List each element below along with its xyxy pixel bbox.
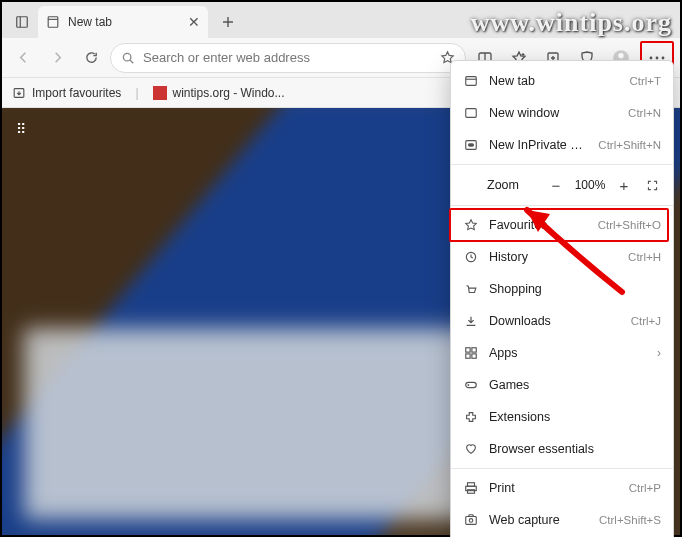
print-icon bbox=[463, 480, 479, 496]
menu-label: New tab bbox=[489, 74, 619, 88]
menu-item-favourites[interactable]: Favourites Ctrl+Shift+O bbox=[451, 209, 673, 241]
menu-separator bbox=[451, 164, 673, 165]
menu-item-new-window[interactable]: New window Ctrl+N bbox=[451, 97, 673, 129]
svg-rect-17 bbox=[472, 348, 476, 352]
menu-label: Downloads bbox=[489, 314, 621, 328]
zoom-out-button[interactable]: − bbox=[545, 174, 567, 196]
svg-rect-0 bbox=[17, 17, 28, 28]
apps-icon bbox=[463, 345, 479, 361]
new-tab-icon bbox=[463, 73, 479, 89]
svg-rect-23 bbox=[468, 490, 475, 494]
web-capture-icon bbox=[463, 512, 479, 528]
downloads-icon bbox=[463, 313, 479, 329]
tab-actions-icon[interactable] bbox=[6, 6, 38, 38]
menu-item-games[interactable]: Games bbox=[451, 369, 673, 401]
svg-rect-16 bbox=[466, 348, 470, 352]
zoom-in-button[interactable]: + bbox=[613, 174, 635, 196]
menu-label: History bbox=[489, 250, 618, 264]
menu-label: Games bbox=[489, 378, 661, 392]
import-favourites-label: Import favourites bbox=[32, 86, 121, 100]
settings-menu: New tab Ctrl+T New window Ctrl+N New InP… bbox=[450, 60, 674, 537]
zoom-value: 100% bbox=[573, 178, 607, 192]
menu-label: New window bbox=[489, 106, 618, 120]
tab-page-icon bbox=[46, 15, 60, 29]
svg-rect-18 bbox=[466, 354, 470, 358]
svg-point-2 bbox=[123, 53, 131, 61]
menu-separator bbox=[451, 468, 673, 469]
menu-label: Print bbox=[489, 481, 619, 495]
screenshot-frame: www.wintips.org New tab ✕ bbox=[0, 0, 682, 537]
back-button[interactable] bbox=[8, 43, 38, 73]
chevron-right-icon: › bbox=[657, 346, 661, 360]
menu-item-history[interactable]: History Ctrl+H bbox=[451, 241, 673, 273]
address-placeholder: Search or enter web address bbox=[143, 50, 310, 65]
bookmark-label: wintips.org - Windo... bbox=[173, 86, 285, 100]
extensions-icon bbox=[463, 409, 479, 425]
menu-separator bbox=[451, 205, 673, 206]
svg-rect-11 bbox=[466, 77, 477, 86]
import-favourites-button[interactable]: Import favourites bbox=[12, 86, 121, 100]
menu-item-extensions[interactable]: Extensions bbox=[451, 401, 673, 433]
menu-shortcut: Ctrl+P bbox=[629, 482, 661, 494]
svg-point-7 bbox=[650, 56, 653, 59]
shopping-icon bbox=[463, 281, 479, 297]
bookmarks-divider: | bbox=[135, 86, 138, 100]
tab-bar: New tab ✕ bbox=[2, 2, 680, 38]
new-tab-button[interactable] bbox=[214, 8, 242, 36]
address-bar[interactable]: Search or enter web address bbox=[110, 43, 466, 73]
heart-pulse-icon bbox=[463, 441, 479, 457]
menu-shortcut: Ctrl+H bbox=[628, 251, 661, 263]
menu-item-shopping[interactable]: Shopping bbox=[451, 273, 673, 305]
drag-grip-icon[interactable]: ⠿ bbox=[16, 126, 28, 132]
menu-item-downloads[interactable]: Downloads Ctrl+J bbox=[451, 305, 673, 337]
menu-shortcut: Ctrl+Shift+N bbox=[598, 139, 661, 151]
svg-rect-20 bbox=[466, 382, 477, 387]
menu-item-print[interactable]: Print Ctrl+P bbox=[451, 472, 673, 504]
menu-label: Web capture bbox=[489, 513, 589, 527]
browser-tab[interactable]: New tab ✕ bbox=[38, 6, 208, 38]
svg-point-6 bbox=[618, 53, 623, 58]
menu-label: Apps bbox=[489, 346, 647, 360]
zoom-label: Zoom bbox=[461, 178, 519, 192]
games-icon bbox=[463, 377, 479, 393]
svg-rect-12 bbox=[466, 109, 477, 118]
inprivate-icon bbox=[463, 137, 479, 153]
menu-item-browser-essentials[interactable]: Browser essentials bbox=[451, 433, 673, 465]
search-icon bbox=[121, 51, 135, 65]
menu-label: Shopping bbox=[489, 282, 661, 296]
menu-label: Extensions bbox=[489, 410, 661, 424]
menu-item-web-capture[interactable]: Web capture Ctrl+Shift+S bbox=[451, 504, 673, 536]
history-icon bbox=[463, 249, 479, 265]
forward-button[interactable] bbox=[42, 43, 72, 73]
svg-point-9 bbox=[662, 56, 665, 59]
refresh-button[interactable] bbox=[76, 43, 106, 73]
menu-item-zoom: Zoom − 100% + bbox=[451, 168, 673, 202]
menu-item-inprivate[interactable]: New InPrivate window Ctrl+Shift+N bbox=[451, 129, 673, 161]
bookmark-item-wintips[interactable]: wintips.org - Windo... bbox=[153, 86, 285, 100]
menu-shortcut: Ctrl+T bbox=[629, 75, 661, 87]
menu-label: Browser essentials bbox=[489, 442, 661, 456]
svg-rect-14 bbox=[468, 143, 474, 147]
tab-close-icon[interactable]: ✕ bbox=[188, 14, 200, 30]
menu-shortcut: Ctrl+N bbox=[628, 107, 661, 119]
svg-rect-19 bbox=[472, 354, 476, 358]
menu-item-apps[interactable]: Apps › bbox=[451, 337, 673, 369]
menu-shortcut: Ctrl+Shift+S bbox=[599, 514, 661, 526]
menu-item-new-tab[interactable]: New tab Ctrl+T bbox=[451, 65, 673, 97]
svg-rect-1 bbox=[48, 17, 58, 28]
menu-label: New InPrivate window bbox=[489, 138, 588, 152]
new-window-icon bbox=[463, 105, 479, 121]
menu-shortcut: Ctrl+Shift+O bbox=[598, 219, 661, 231]
menu-label: Favourites bbox=[489, 218, 588, 232]
svg-point-8 bbox=[656, 56, 659, 59]
svg-rect-24 bbox=[466, 517, 477, 525]
favicon-icon bbox=[153, 86, 167, 100]
fullscreen-icon[interactable] bbox=[641, 174, 663, 196]
menu-shortcut: Ctrl+J bbox=[631, 315, 661, 327]
favourites-icon bbox=[463, 217, 479, 233]
svg-point-25 bbox=[469, 519, 473, 523]
tab-title: New tab bbox=[68, 15, 112, 29]
